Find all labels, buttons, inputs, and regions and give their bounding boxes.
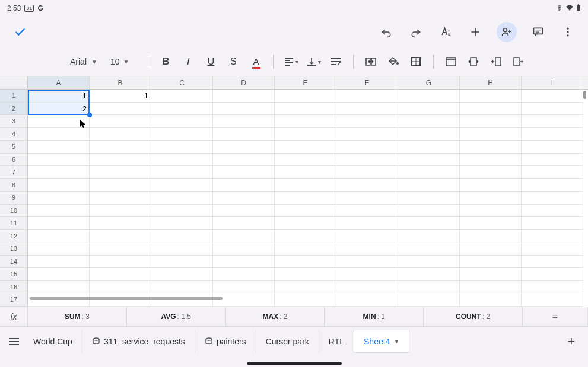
cell[interactable] bbox=[28, 256, 90, 269]
row-header[interactable]: 10 bbox=[0, 205, 28, 218]
row-header[interactable]: 9 bbox=[0, 192, 28, 205]
cell[interactable] bbox=[213, 281, 275, 294]
cell[interactable] bbox=[213, 90, 275, 103]
column-header[interactable]: B bbox=[90, 76, 151, 89]
cell[interactable] bbox=[398, 281, 460, 294]
all-sheets-menu-button[interactable] bbox=[5, 337, 24, 346]
cell[interactable] bbox=[336, 205, 398, 218]
cell[interactable] bbox=[336, 281, 398, 294]
cell[interactable] bbox=[151, 281, 213, 294]
cell[interactable] bbox=[275, 205, 336, 218]
cell[interactable] bbox=[151, 90, 213, 103]
cell[interactable] bbox=[151, 154, 213, 167]
italic-button[interactable]: I bbox=[179, 53, 197, 71]
column-header[interactable]: I bbox=[522, 76, 583, 89]
column-header[interactable]: D bbox=[213, 76, 275, 89]
cell[interactable] bbox=[336, 179, 398, 192]
stat-avg[interactable]: AVG: 1.5 bbox=[127, 307, 226, 326]
cell[interactable] bbox=[151, 230, 213, 243]
insert-left-button[interactable] bbox=[487, 53, 505, 71]
cell[interactable] bbox=[151, 242, 213, 256]
cell[interactable] bbox=[213, 179, 275, 192]
cell[interactable] bbox=[460, 281, 522, 294]
cell[interactable] bbox=[90, 141, 151, 154]
accept-check-button[interactable] bbox=[12, 24, 28, 40]
cell[interactable] bbox=[28, 154, 90, 167]
spreadsheet-grid[interactable]: ABCDEFGHI 1112234567891011121314151617 bbox=[0, 76, 588, 307]
cell[interactable] bbox=[90, 205, 151, 218]
cell[interactable] bbox=[398, 230, 460, 243]
cell[interactable] bbox=[336, 230, 398, 243]
cell[interactable] bbox=[275, 115, 336, 128]
cell[interactable] bbox=[275, 128, 336, 141]
cell[interactable] bbox=[522, 115, 583, 128]
cell[interactable] bbox=[398, 128, 460, 141]
selection-handle[interactable] bbox=[87, 113, 92, 117]
stat-sum[interactable]: SUM: 3 bbox=[28, 307, 127, 326]
cell[interactable] bbox=[398, 179, 460, 192]
cell[interactable] bbox=[398, 242, 460, 256]
cell[interactable] bbox=[275, 103, 336, 116]
cell[interactable] bbox=[151, 115, 213, 128]
cell[interactable] bbox=[28, 128, 90, 141]
cell[interactable] bbox=[275, 293, 336, 307]
cell[interactable] bbox=[28, 217, 90, 230]
sheet-tab[interactable]: Cursor park bbox=[256, 330, 319, 353]
cell[interactable] bbox=[28, 268, 90, 281]
cell[interactable] bbox=[336, 256, 398, 269]
cell[interactable] bbox=[460, 128, 522, 141]
cell[interactable] bbox=[151, 205, 213, 218]
cell[interactable] bbox=[460, 154, 522, 167]
autofit-button[interactable] bbox=[465, 53, 482, 71]
row-header[interactable]: 7 bbox=[0, 166, 28, 179]
cell[interactable] bbox=[90, 268, 151, 281]
cell[interactable] bbox=[460, 166, 522, 179]
cell[interactable] bbox=[28, 166, 90, 179]
row-header[interactable]: 14 bbox=[0, 256, 28, 269]
column-header[interactable]: F bbox=[336, 76, 398, 89]
column-header[interactable]: G bbox=[398, 76, 460, 89]
fill-color-button[interactable] bbox=[384, 53, 402, 71]
cell[interactable] bbox=[28, 242, 90, 256]
cell[interactable] bbox=[336, 242, 398, 256]
cell[interactable] bbox=[522, 179, 583, 192]
share-person-button[interactable] bbox=[497, 22, 517, 42]
cell[interactable] bbox=[275, 242, 336, 256]
cell[interactable] bbox=[336, 115, 398, 128]
cell[interactable] bbox=[213, 217, 275, 230]
cell[interactable] bbox=[522, 217, 583, 230]
cell[interactable] bbox=[336, 166, 398, 179]
freeze-button[interactable] bbox=[442, 53, 460, 71]
cell[interactable] bbox=[90, 242, 151, 256]
sheet-tab[interactable]: RTL bbox=[319, 330, 354, 353]
formula-equals-button[interactable]: = bbox=[523, 307, 588, 326]
cell[interactable] bbox=[522, 103, 583, 116]
cell[interactable] bbox=[28, 179, 90, 192]
fx-icon[interactable]: fx bbox=[0, 307, 28, 326]
cell[interactable] bbox=[336, 128, 398, 141]
cell[interactable]: 1 bbox=[28, 90, 90, 103]
undo-button[interactable] bbox=[378, 24, 395, 40]
merge-cells-button[interactable] bbox=[362, 53, 380, 71]
cell[interactable] bbox=[151, 192, 213, 205]
cell[interactable] bbox=[398, 90, 460, 103]
sheet-tab[interactable]: painters bbox=[195, 330, 256, 353]
strikethrough-button[interactable]: S bbox=[224, 53, 242, 71]
cell[interactable] bbox=[213, 256, 275, 269]
cell[interactable] bbox=[151, 166, 213, 179]
cell[interactable] bbox=[522, 230, 583, 243]
borders-button[interactable] bbox=[407, 53, 425, 71]
cell[interactable] bbox=[213, 205, 275, 218]
cell[interactable] bbox=[213, 230, 275, 243]
cell[interactable] bbox=[151, 256, 213, 269]
stat-min[interactable]: MIN: 1 bbox=[325, 307, 424, 326]
cell[interactable] bbox=[398, 166, 460, 179]
cell[interactable] bbox=[275, 192, 336, 205]
cell[interactable] bbox=[275, 141, 336, 154]
cell[interactable] bbox=[275, 179, 336, 192]
column-header[interactable]: A bbox=[28, 76, 90, 89]
cell[interactable] bbox=[398, 293, 460, 307]
cell[interactable] bbox=[460, 192, 522, 205]
sheet-tab[interactable]: Sheet4▼ bbox=[354, 330, 409, 353]
chevron-down-icon[interactable]: ▼ bbox=[393, 338, 399, 344]
